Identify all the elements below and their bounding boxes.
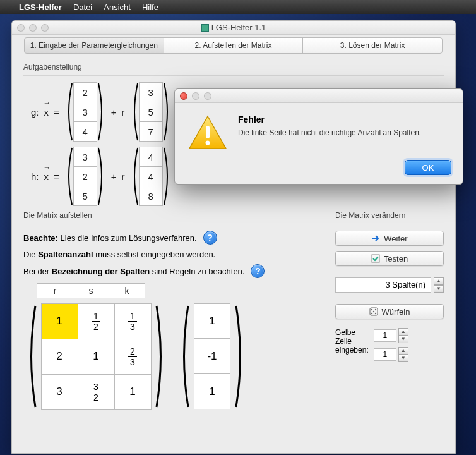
zoom-icon: [204, 92, 211, 100]
arrow-next-icon: [371, 234, 380, 243]
matrix-cell[interactable]: 12: [78, 303, 115, 339]
vec-cell[interactable]: 4: [73, 121, 97, 142]
paren-right-icon: [234, 303, 246, 410]
zoom-icon[interactable]: [41, 24, 49, 32]
vec-cell[interactable]: 3: [73, 147, 97, 167]
tab-loesen[interactable]: 3. Lösen der Matrix: [302, 37, 443, 54]
menu-ansicht[interactable]: Ansicht: [104, 3, 131, 12]
spalten-stepper[interactable]: 3 Spalte(n) ▲▼: [335, 277, 444, 293]
svg-point-5: [371, 313, 372, 314]
matrix-cell[interactable]: 1: [114, 374, 152, 410]
matrix-setup-heading: Die Matrix aufstellen: [23, 211, 323, 220]
matrix-cell[interactable]: 1: [41, 303, 78, 339]
sidepanel-heading: Die Matrix verändern: [335, 211, 444, 220]
matrix-cell[interactable]: 1: [78, 339, 115, 375]
stepper-down-icon[interactable]: ▼: [398, 336, 408, 343]
ok-button[interactable]: OK: [405, 160, 451, 175]
minimize-icon: [192, 92, 199, 100]
help-icon[interactable]: ?: [203, 231, 217, 245]
svg-point-3: [374, 309, 376, 310]
spalten-value: 3 Spalte(n): [335, 277, 431, 293]
svg-rect-0: [372, 255, 379, 262]
matrix-cell[interactable]: 23: [114, 339, 152, 375]
vec-cell[interactable]: 5: [139, 102, 163, 122]
rhs-cell[interactable]: 1: [194, 373, 230, 410]
vector-x-icon: x: [44, 107, 49, 118]
vec-cell[interactable]: 4: [139, 166, 163, 186]
matrix-cell[interactable]: 2: [41, 339, 78, 375]
vec-cell[interactable]: 7: [139, 121, 163, 142]
gelbe-input-1[interactable]: [374, 329, 396, 342]
task-heading: Aufgabenstellung: [23, 63, 444, 71]
vector-x-icon: x: [44, 171, 49, 182]
svg-rect-7: [206, 126, 210, 138]
paren-right-icon: [155, 303, 166, 410]
vec-cell[interactable]: 4: [139, 147, 163, 167]
info-spaltenanzahl: Die Spaltenanzahl muss selbst eingegeben…: [23, 250, 323, 259]
svg-point-4: [372, 311, 374, 312]
svg-point-8: [206, 141, 210, 145]
testen-button[interactable]: Testen: [335, 251, 444, 266]
gelbe-input-2[interactable]: [374, 348, 396, 361]
paren-left-icon: [179, 303, 190, 410]
vec-cell[interactable]: 2: [73, 82, 97, 102]
vec-cell[interactable]: 2: [73, 166, 97, 186]
tab-aufstellen[interactable]: 2. Aufstellen der Matrix: [164, 37, 304, 54]
stepper-down-icon[interactable]: ▼: [398, 355, 408, 362]
svg-point-2: [371, 309, 372, 310]
check-icon: [371, 254, 380, 263]
vec-cell[interactable]: 3: [139, 82, 163, 102]
dialog-message: Die linke Seite hat nicht die richtige A…: [238, 128, 421, 137]
step-tabs: 1. Eingabe der Parametergleichungen 2. A…: [12, 35, 455, 56]
weiter-button[interactable]: Weiter: [335, 231, 444, 246]
menu-datei[interactable]: Datei: [73, 3, 92, 12]
help-icon[interactable]: ?: [251, 264, 265, 278]
stepper-up-icon[interactable]: ▲: [434, 277, 444, 285]
rhs-cell[interactable]: -1: [194, 338, 230, 374]
close-icon[interactable]: [17, 24, 25, 32]
main-window: LGS-Helfer 1.1 1. Eingabe der Parameterg…: [11, 20, 456, 454]
minimize-icon[interactable]: [29, 24, 37, 32]
window-title: LGS-Helfer 1.1: [12, 23, 455, 32]
dice-icon: [369, 307, 378, 316]
error-dialog: Fehler Die linke Seite hat nicht die ric…: [174, 88, 463, 185]
matrix-cell[interactable]: 32: [78, 374, 115, 410]
warning-icon: [187, 114, 228, 151]
vec-cell[interactable]: 3: [73, 102, 97, 122]
system-menubar: LGS-Helfer Datei Ansicht Hilfe: [0, 0, 476, 14]
matrix-cell[interactable]: 13: [114, 303, 152, 339]
col-label-input[interactable]: s: [73, 283, 109, 298]
column-headers: r s k: [37, 283, 323, 298]
menu-hilfe[interactable]: Hilfe: [142, 3, 158, 12]
vec-cell[interactable]: 5: [73, 186, 97, 206]
matrix-cell[interactable]: 3: [41, 374, 78, 410]
titlebar: LGS-Helfer 1.1: [12, 21, 455, 35]
close-icon[interactable]: [180, 92, 187, 100]
paren-left-icon: [26, 303, 37, 410]
info-beachte: Beachte: Lies die Infos zum Lösungsverfa…: [23, 231, 323, 245]
rhs-cell[interactable]: 1: [194, 303, 230, 339]
stepper-down-icon[interactable]: ▼: [434, 285, 444, 293]
app-menu[interactable]: LGS-Helfer: [19, 3, 62, 12]
vec-cell[interactable]: 8: [139, 186, 163, 206]
col-label-input[interactable]: r: [37, 283, 73, 298]
col-label-input[interactable]: k: [109, 283, 145, 298]
tab-eingabe[interactable]: 1. Eingabe der Parametergleichungen: [24, 37, 164, 54]
stepper-up-icon[interactable]: ▲: [398, 328, 408, 336]
app-icon: [201, 24, 209, 32]
info-bezeichnung: Bei der Bezeichnung der Spalten sind Reg…: [23, 264, 323, 278]
dialog-title: Fehler: [238, 114, 421, 124]
stepper-up-icon[interactable]: ▲: [398, 347, 408, 355]
wuerfeln-button[interactable]: Würfeln: [335, 304, 444, 319]
gelbe-label: Gelbe Zelle eingeben:: [335, 328, 369, 355]
gelbe-zelle-group: Gelbe Zelle eingeben: ▲▼ ▲▼: [335, 328, 444, 362]
matrix-editor: 1121321233321 1-11: [26, 303, 323, 410]
svg-point-6: [374, 313, 376, 314]
